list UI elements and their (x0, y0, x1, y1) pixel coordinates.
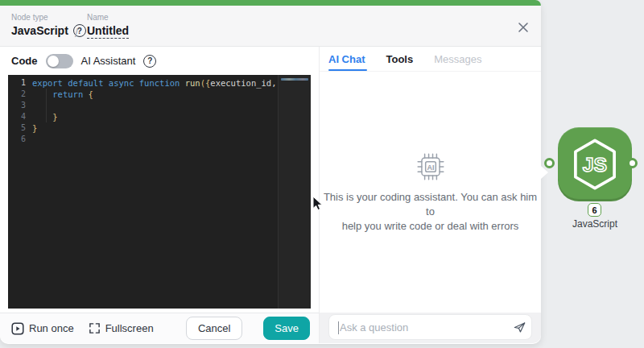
help-icon[interactable]: ? (143, 55, 156, 68)
javascript-node[interactable]: JS (558, 127, 632, 201)
code-label: Code (11, 55, 38, 67)
node-label: JavaScript (558, 218, 632, 230)
code-line: 4 } (8, 111, 311, 122)
mouse-cursor (312, 196, 324, 212)
name-label: Name (87, 13, 129, 22)
text-caret (338, 321, 339, 334)
code-line: 1export default async function run({exec… (8, 77, 311, 89)
nodejs-logo-icon: JS (570, 137, 620, 192)
cancel-button[interactable]: Cancel (186, 317, 242, 340)
fullscreen-button[interactable]: Fullscreen (89, 322, 154, 334)
chat-input-bar (320, 313, 541, 343)
code-panel: Code AI Assistant ? 1export default asyn… (0, 47, 320, 343)
modal-header: Node type JavaScript ? / Name Untitled (0, 6, 541, 47)
assistant-tabs: AI Chat Tools Messages (320, 47, 541, 72)
save-button[interactable]: Save (263, 317, 310, 340)
code-line: 2 return { (8, 89, 311, 100)
send-icon[interactable] (507, 315, 531, 339)
code-line: 6 (8, 134, 311, 145)
tab-ai-chat[interactable]: AI Chat (328, 47, 365, 71)
assistant-description: This is your coding assistant. You can a… (320, 190, 541, 234)
code-editor-lines: 1export default async function run({exec… (8, 75, 311, 145)
indent-guide (46, 89, 47, 122)
close-icon[interactable] (516, 20, 530, 35)
code-panel-footer: Run once Fullscreen Cancel Save (0, 313, 319, 343)
svg-text:JS: JS (583, 154, 607, 176)
play-icon (11, 322, 24, 335)
minimap-line (281, 78, 308, 81)
svg-text:AI: AI (427, 163, 434, 171)
canvas: Node type JavaScript ? / Name Untitled C… (0, 0, 644, 348)
ai-assistant-label: AI Assistant (81, 55, 136, 67)
modal-accent-bar (0, 0, 541, 6)
node-order-badge: 6 (588, 203, 601, 217)
code-editor[interactable]: 1export default async function run({exec… (8, 75, 311, 309)
header-separator: / (75, 27, 78, 39)
code-line: 5} (8, 122, 311, 134)
editor-minimap[interactable] (278, 75, 311, 309)
node-type-value: JavaScript (11, 24, 68, 37)
assistant-empty-state: AI This is your coding assistant. You ca… (320, 72, 541, 313)
ask-question-input[interactable] (329, 321, 507, 334)
node-name-field[interactable]: Untitled (87, 24, 129, 39)
assistant-panel: AI Chat Tools Messages AI (320, 47, 541, 343)
ai-chip-icon: AI (415, 151, 446, 182)
node-output-port[interactable] (627, 158, 638, 168)
node-type-label: Node type (11, 13, 86, 22)
chat-input-box (328, 314, 532, 340)
node-name-group: Name Untitled (87, 13, 129, 39)
toggle-knob (47, 56, 59, 67)
fullscreen-icon (89, 322, 101, 334)
tab-messages[interactable]: Messages (434, 47, 481, 71)
tab-tools[interactable]: Tools (386, 47, 414, 71)
node-input-port[interactable] (544, 158, 555, 168)
run-once-button[interactable]: Run once (11, 322, 74, 335)
ai-assistant-toggle[interactable] (46, 54, 73, 68)
code-line: 3 (8, 100, 311, 111)
node-editor-modal: Node type JavaScript ? / Name Untitled C… (0, 0, 541, 344)
